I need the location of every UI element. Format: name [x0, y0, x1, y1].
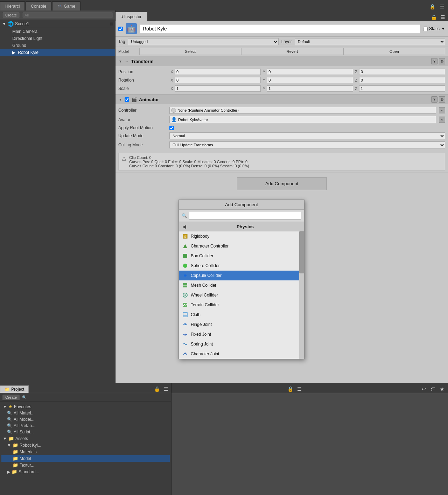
- inspector-menu-icon[interactable]: ☰: [439, 13, 447, 21]
- robot-kyle-item[interactable]: ▼ 📁 Robot Kyl...: [1, 442, 170, 448]
- textures-item[interactable]: 📁 Textur...: [1, 462, 170, 468]
- physics-item-cloth[interactable]: Cloth: [179, 310, 304, 320]
- rotation-z-input[interactable]: [359, 77, 445, 83]
- scale-y-input[interactable]: [267, 85, 353, 92]
- position-y-input[interactable]: [267, 69, 353, 75]
- all-prefabs-item[interactable]: 🔍 All Prefab...: [1, 423, 170, 429]
- transform-icon: ↔: [125, 59, 129, 64]
- physics-item-sphere-collider[interactable]: Sphere Collider: [179, 261, 304, 271]
- physics-item-wheel-collider[interactable]: Wheel Collider: [179, 290, 304, 300]
- animator-info-btn[interactable]: ?: [431, 96, 438, 103]
- all-materials-item[interactable]: 🔍 All Materi...: [1, 410, 170, 416]
- project-tab[interactable]: 📁 Project: [0, 385, 29, 393]
- position-row: Position X Y Z: [118, 68, 445, 76]
- position-z-input[interactable]: [359, 69, 445, 75]
- scene-menu-icon[interactable]: ☰: [110, 22, 113, 26]
- physics-item-character-controller[interactable]: Character Controller: [179, 241, 304, 251]
- animator-header[interactable]: ▼ 🎬 Animator ? ⚙: [115, 95, 448, 104]
- transform-collapse-icon[interactable]: ▼: [118, 59, 122, 63]
- avatar-select-btn[interactable]: ○: [439, 117, 445, 123]
- apply-root-motion-checkbox[interactable]: [169, 126, 174, 130]
- lock-icon[interactable]: 🔒: [428, 3, 436, 11]
- physics-item-terrain-collider[interactable]: Terrain Collider: [179, 300, 304, 310]
- model-item[interactable]: 📁 Model: [1, 455, 170, 462]
- scale-row: Scale X Y Z: [118, 84, 445, 93]
- all-models-item[interactable]: 🔍 All Model...: [1, 416, 170, 423]
- object-icon: 🤖: [126, 23, 137, 34]
- menu-icon[interactable]: ☰: [438, 3, 446, 11]
- scale-x-input[interactable]: [175, 85, 261, 92]
- update-mode-dropdown[interactable]: Normal: [169, 132, 445, 139]
- static-dropdown-icon[interactable]: ▼: [441, 26, 445, 31]
- physics-item-rigidbody[interactable]: ⚙Rigidbody: [179, 231, 304, 241]
- assets-section[interactable]: ▼ 📁 Assets: [1, 435, 170, 442]
- select-button[interactable]: Select: [139, 48, 241, 55]
- animator-active-checkbox[interactable]: [125, 97, 129, 102]
- physics-back-arrow[interactable]: ◀: [182, 224, 186, 229]
- right-lock-icon[interactable]: 🔒: [286, 385, 294, 393]
- object-active-checkbox[interactable]: [118, 27, 123, 31]
- project-create-btn[interactable]: Create: [2, 394, 20, 400]
- physics-item-fixed-joint[interactable]: Fixed Joint: [179, 329, 304, 339]
- revert-button[interactable]: Revert: [241, 48, 343, 55]
- tag-icon[interactable]: 🏷: [429, 385, 437, 393]
- transform-settings-btn[interactable]: ⚙: [439, 58, 445, 64]
- update-mode-row: Update Mode Normal: [118, 131, 445, 140]
- rotation-x-input[interactable]: [175, 77, 261, 83]
- project-menu-icon[interactable]: ☰: [162, 385, 170, 393]
- hierarchy-item-robot-kyle[interactable]: ▶ Robot Kyle: [0, 49, 115, 56]
- folder-icon: 📁: [5, 387, 10, 392]
- hierarchy-item-ground[interactable]: Ground: [0, 42, 115, 49]
- create-button[interactable]: Create: [2, 12, 20, 18]
- search-icon: 🔍: [7, 411, 12, 416]
- physics-search-input[interactable]: [189, 212, 301, 219]
- all-scripts-item[interactable]: 🔍 All Script...: [1, 429, 170, 435]
- object-name-input[interactable]: [140, 24, 420, 33]
- bookmark-icon[interactable]: ★: [438, 385, 446, 393]
- physics-item-capsule-collider[interactable]: Capsule Collider: [179, 271, 304, 280]
- position-x-input[interactable]: [175, 69, 261, 75]
- right-menu-icon[interactable]: ☰: [295, 385, 303, 393]
- physics-item-spring-joint[interactable]: Spring Joint: [179, 339, 304, 349]
- right-panel-tab-bar: 🔒 ☰ ↩ 🏷 ★: [172, 383, 448, 393]
- physics-item-box-collider[interactable]: Box Collider: [179, 251, 304, 261]
- project-tab-bar: 📁 Project 🔒 ☰: [0, 383, 171, 393]
- inspector-tab[interactable]: ℹ Inspector: [115, 12, 147, 21]
- physics-item-character-joint[interactable]: Character Joint: [179, 349, 304, 359]
- scrollbar-thumb[interactable]: [299, 231, 304, 273]
- transform-info-btn[interactable]: ?: [431, 58, 438, 64]
- open-button[interactable]: Open: [343, 48, 445, 55]
- animator-collapse-icon[interactable]: ▼: [118, 97, 122, 102]
- physics-item-mesh-collider[interactable]: Mesh Collider: [179, 280, 304, 290]
- physics-item-icon: [182, 253, 188, 259]
- favorites-section[interactable]: ▼ ★ Favorites: [1, 403, 170, 410]
- tab-game[interactable]: 🎮 Game: [52, 1, 80, 11]
- tab-console[interactable]: Console: [26, 1, 51, 11]
- standard-item[interactable]: ▶ 📁 Standard...: [1, 468, 170, 475]
- avatar-icon: 👤: [171, 117, 177, 122]
- physics-item-icon: [182, 273, 188, 278]
- inspector-lock-icon[interactable]: 🔒: [430, 13, 438, 21]
- transform-header[interactable]: ▼ ↔ Transform ? ⚙: [115, 56, 448, 66]
- materials-folder-icon: 📁: [13, 449, 18, 454]
- animator-settings-btn[interactable]: ⚙: [439, 96, 445, 103]
- tab-hierarchy[interactable]: Hierarcl: [0, 1, 25, 11]
- static-checkbox[interactable]: [423, 27, 428, 31]
- rotation-y-input[interactable]: [267, 77, 353, 83]
- physics-item-icon: [182, 283, 188, 288]
- project-lock-icon[interactable]: 🔒: [153, 385, 161, 393]
- physics-item-hinge-joint[interactable]: Hinge Joint: [179, 320, 304, 329]
- right-panel-content: [172, 393, 448, 495]
- scale-z-input[interactable]: [359, 85, 445, 92]
- add-component-button[interactable]: Add Component: [237, 177, 327, 190]
- controller-select-btn[interactable]: ○: [439, 107, 445, 113]
- tag-dropdown[interactable]: Untagged: [128, 38, 278, 45]
- robot-kyle-folder-icon: 📁: [13, 442, 18, 448]
- history-icon[interactable]: ↩: [420, 385, 428, 393]
- culling-mode-dropdown[interactable]: Cull Update Transforms: [169, 141, 445, 148]
- hierarchy-item-main-camera[interactable]: Main Camera: [0, 28, 115, 35]
- hierarchy-item-directional-light[interactable]: Directional Light: [0, 35, 115, 42]
- layer-dropdown[interactable]: Default: [295, 38, 445, 45]
- hierarchy-search-input[interactable]: [22, 12, 113, 18]
- materials-item[interactable]: 📁 Materials: [1, 448, 170, 455]
